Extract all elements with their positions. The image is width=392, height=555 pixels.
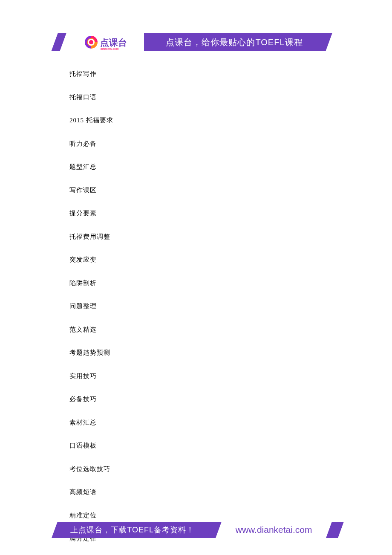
list-item[interactable]: 考位选取技巧: [69, 465, 324, 473]
list-item[interactable]: 托福写作: [69, 70, 324, 78]
list-item[interactable]: 必备技巧: [69, 395, 324, 403]
footer-url[interactable]: www.dianketai.com: [210, 522, 337, 538]
list-item[interactable]: 提分要素: [69, 209, 324, 217]
list-item[interactable]: 实用技巧: [69, 372, 324, 380]
footer-banner: 上点课台，下载TOEFL备考资料！ www.dianketai.com: [55, 522, 337, 538]
list-item[interactable]: 2015 托福要求: [69, 116, 324, 124]
list-item[interactable]: 突发应变: [69, 256, 324, 264]
footer-right-block: www.dianketai.com: [210, 522, 337, 538]
list-item[interactable]: 素材汇总: [69, 419, 324, 427]
header-slogan: 点课台，给你最贴心的TOEFL课程: [144, 33, 337, 51]
list-item[interactable]: 听力必备: [69, 140, 324, 148]
list-item[interactable]: 托福口语: [69, 93, 324, 101]
logo-block: 点课台 dianketai.com: [67, 33, 144, 51]
list-item[interactable]: 高频短语: [69, 488, 324, 496]
logo-main-text: 点课台: [100, 38, 127, 47]
header-banner: 点课台 dianketai.com 点课台，给你最贴心的TOEFL课程: [55, 33, 337, 51]
header-slogan-block: 点课台，给你最贴心的TOEFL课程: [144, 33, 337, 51]
logo-sub-text: dianketai.com: [101, 47, 119, 50]
list-item[interactable]: 题型汇总: [69, 163, 324, 171]
footer-left-text: 上点课台，下载TOEFL备考资料！: [55, 522, 210, 538]
logo-text: 点课台 dianketai.com: [100, 38, 127, 47]
list-item[interactable]: 陷阱剖析: [69, 279, 324, 287]
list-item[interactable]: 口语模板: [69, 442, 324, 450]
list-item[interactable]: 问题整理: [69, 302, 324, 310]
logo-swirl-icon: [85, 36, 98, 49]
list-item[interactable]: 精准定位: [69, 512, 324, 520]
topic-list: 托福写作 托福口语 2015 托福要求 听力必备 题型汇总 写作误区 提分要素 …: [69, 70, 324, 555]
list-item[interactable]: 考题趋势预测: [69, 349, 324, 357]
list-item[interactable]: 写作误区: [69, 186, 324, 194]
list-item[interactable]: 托福费用调整: [69, 233, 324, 241]
footer-left-block: 上点课台，下载TOEFL备考资料！: [55, 522, 210, 538]
list-item[interactable]: 范文精选: [69, 326, 324, 334]
